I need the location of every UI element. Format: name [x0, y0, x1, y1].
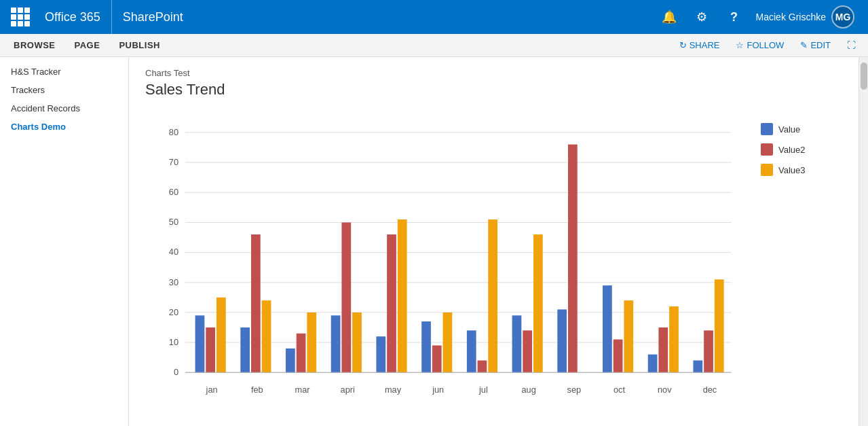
svg-rect-52: [715, 279, 724, 372]
svg-text:jan: jan: [206, 385, 218, 395]
legend-label-value: Value: [778, 124, 800, 135]
scrollbar-thumb[interactable]: [861, 63, 867, 90]
svg-text:20: 20: [169, 307, 178, 317]
svg-text:80: 80: [169, 127, 178, 137]
scrollbar[interactable]: [858, 57, 868, 426]
sidebar-item-hs-tracker[interactable]: H&S Tracker: [0, 63, 128, 81]
svg-rect-20: [216, 298, 226, 372]
svg-rect-50: [693, 361, 702, 373]
avatar-initials: MG: [835, 12, 851, 22]
svg-rect-43: [568, 145, 578, 373]
edit-icon: ✎: [800, 40, 808, 50]
legend-swatch-value2: [761, 143, 773, 156]
svg-rect-38: [488, 219, 497, 372]
svg-rect-32: [398, 219, 407, 372]
legend-swatch-value3: [761, 164, 773, 176]
ribbon-right: ↻ SHARE ☆ FOLLOW ✎ EDIT ⛶: [673, 34, 863, 57]
svg-rect-51: [704, 330, 713, 372]
svg-rect-31: [387, 234, 396, 372]
sharepoint-title[interactable]: SharePoint: [112, 0, 654, 34]
legend-label-value3: Value3: [778, 165, 806, 175]
svg-text:0: 0: [174, 367, 178, 377]
tab-browse[interactable]: BROWSE: [5, 34, 64, 57]
sidebar: H&S Tracker Trackers Accident Records Ch…: [0, 57, 129, 426]
svg-text:sep: sep: [567, 385, 582, 395]
svg-text:50: 50: [169, 217, 178, 227]
notification-button[interactable]: 🔔: [654, 0, 684, 34]
avatar: MG: [831, 5, 854, 29]
edit-label: EDIT: [810, 40, 831, 50]
svg-rect-21: [240, 327, 250, 372]
follow-button[interactable]: ☆ FOLLOW: [729, 34, 791, 57]
svg-rect-27: [331, 315, 341, 372]
svg-rect-23: [262, 300, 271, 372]
legend-swatch-value: [761, 123, 773, 135]
chart-legend: Value Value2 Value3: [761, 109, 842, 176]
svg-rect-40: [523, 330, 532, 372]
topbar-icons: 🔔 ⚙ ?: [654, 0, 749, 34]
share-button[interactable]: ↻ SHARE: [673, 34, 727, 57]
svg-rect-42: [557, 309, 567, 372]
help-icon: ?: [730, 10, 738, 24]
svg-text:apri: apri: [341, 385, 355, 395]
fullscreen-button[interactable]: ⛶: [840, 34, 863, 57]
page-title: Sales Trend: [145, 81, 842, 99]
svg-text:jun: jun: [432, 385, 444, 395]
svg-rect-18: [195, 315, 205, 372]
tab-page[interactable]: PAGE: [67, 34, 109, 57]
svg-rect-19: [206, 327, 215, 372]
bar-chart: 0 10 20 30 40 50 60 70 80: [145, 109, 744, 426]
svg-rect-39: [512, 315, 522, 372]
svg-rect-24: [286, 349, 295, 372]
app-launcher-button[interactable]: [7, 0, 34, 34]
svg-text:aug: aug: [521, 385, 535, 395]
gear-icon: ⚙: [696, 10, 707, 24]
grid-icon: [11, 7, 30, 26]
svg-rect-22: [251, 234, 261, 372]
svg-text:40: 40: [169, 247, 178, 257]
settings-button[interactable]: ⚙: [687, 0, 717, 34]
svg-rect-47: [648, 355, 658, 372]
svg-rect-25: [297, 334, 306, 372]
svg-text:70: 70: [169, 157, 178, 167]
sidebar-item-trackers[interactable]: Trackers: [0, 81, 128, 99]
edit-button[interactable]: ✎ EDIT: [793, 34, 837, 57]
svg-text:60: 60: [169, 187, 178, 197]
svg-text:feb: feb: [251, 385, 263, 395]
svg-rect-29: [352, 313, 362, 372]
topbar: Office 365 SharePoint 🔔 ⚙ ? Maciek Grisc…: [0, 0, 868, 34]
svg-text:jul: jul: [478, 385, 488, 395]
sidebar-item-charts-demo[interactable]: Charts Demo: [0, 118, 128, 136]
tab-publish[interactable]: PUBLISH: [111, 34, 168, 57]
share-icon: ↻: [679, 40, 687, 50]
svg-rect-28: [341, 222, 351, 372]
chart-container: 0 10 20 30 40 50 60 70 80: [145, 109, 842, 426]
bell-icon: 🔔: [662, 10, 677, 24]
page-subtitle: Charts Test: [145, 68, 842, 78]
legend-item-value: Value: [761, 123, 842, 135]
help-button[interactable]: ?: [719, 0, 749, 34]
svg-rect-45: [614, 340, 623, 373]
svg-rect-46: [624, 300, 633, 372]
sidebar-item-accident-records[interactable]: Accident Records: [0, 99, 128, 118]
office365-title[interactable]: Office 365: [34, 0, 112, 34]
svg-text:dec: dec: [703, 385, 717, 395]
legend-item-value2: Value2: [761, 143, 842, 156]
svg-rect-41: [533, 234, 543, 372]
legend-label-value2: Value2: [778, 145, 806, 155]
svg-text:may: may: [385, 385, 402, 395]
svg-rect-26: [307, 313, 316, 372]
ribbon: BROWSE PAGE PUBLISH ↻ SHARE ☆ FOLLOW ✎ E…: [0, 34, 868, 57]
svg-text:nov: nov: [658, 385, 672, 395]
svg-rect-37: [478, 361, 487, 373]
user-name: Maciek Grischke: [756, 12, 826, 22]
svg-rect-35: [443, 313, 453, 372]
svg-text:mar: mar: [295, 385, 311, 395]
svg-text:10: 10: [169, 337, 178, 347]
legend-item-value3: Value3: [761, 164, 842, 176]
svg-rect-49: [669, 306, 679, 372]
svg-rect-30: [376, 336, 385, 372]
follow-label: FOLLOW: [747, 40, 784, 50]
user-menu[interactable]: Maciek Grischke MG: [749, 0, 861, 34]
svg-text:30: 30: [169, 277, 178, 287]
